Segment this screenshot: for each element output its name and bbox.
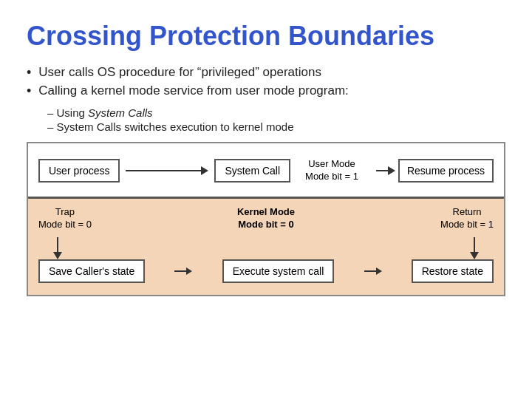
arrow-line — [126, 170, 201, 171]
bullets: User calls OS procedure for “privileged”… — [27, 65, 505, 99]
bullet-2: Calling a kernel mode service from user … — [27, 83, 505, 99]
trap-label: Trap Mode bit = 0 — [38, 206, 92, 231]
down-arrows-row — [38, 237, 494, 259]
arrow-head — [201, 166, 208, 175]
user-process-box: User process — [38, 159, 120, 183]
arrow-to-syscall — [126, 166, 208, 175]
sub-bullet-1: Using System Calls — [47, 106, 505, 119]
kernel-mode-label: Kernel Mode Mode bit = 0 — [237, 206, 295, 231]
arrow-line-2 — [376, 170, 388, 171]
arrow-to-resume — [376, 166, 395, 175]
arrow-to-restore — [364, 267, 382, 275]
resume-process-box: Resume process — [398, 159, 494, 183]
execute-box: Execute system call — [222, 259, 335, 283]
return-label: Return Mode bit = 1 — [440, 206, 494, 231]
save-caller-box: Save Caller's state — [38, 259, 145, 283]
user-mode-label: User Mode Mode bit = 1 — [305, 158, 358, 183]
diagram: User process System Call User Mode Mode … — [27, 142, 505, 296]
system-call-box: System Call — [214, 159, 290, 183]
kernel-top-row: Trap Mode bit = 0 Kernel Mode Mode bit =… — [38, 206, 494, 231]
kernel-mode-area: Trap Mode bit = 0 Kernel Mode Mode bit =… — [28, 199, 504, 295]
arrow-head-2 — [388, 166, 395, 175]
user-mode-label-area: User Mode Mode bit = 1 — [290, 158, 373, 183]
restore-box: Restore state — [412, 259, 494, 283]
slide-title: Crossing Protection Boundaries — [27, 21, 505, 52]
arrow-to-execute — [174, 267, 192, 275]
bullet-1: User calls OS procedure for “privileged”… — [27, 65, 505, 81]
slide: Crossing Protection Boundaries User call… — [0, 0, 532, 399]
kernel-bottom-row: Save Caller's state Execute system call … — [38, 259, 494, 283]
down-arrow-3 — [470, 237, 479, 259]
down-arrow-1 — [53, 237, 62, 259]
sub-bullets: Using System Calls System Calls switches… — [47, 106, 505, 133]
user-mode-row: User process System Call User Mode Mode … — [28, 143, 504, 197]
sub-bullet-2: System Calls switches execution to kerne… — [47, 120, 505, 133]
